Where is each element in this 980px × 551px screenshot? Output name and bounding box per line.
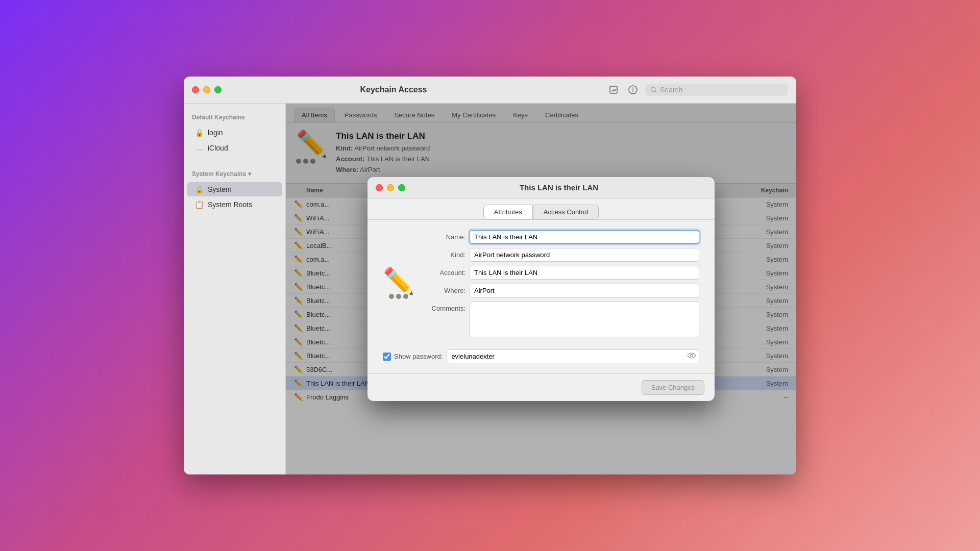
kind-input[interactable] <box>470 248 699 262</box>
modal-pencil-icon: ✏️ <box>383 268 414 299</box>
account-input[interactable] <box>470 266 699 280</box>
system-keychains-label: System Keychains <box>192 170 246 178</box>
password-input[interactable] <box>447 349 699 363</box>
kind-label: Kind: <box>425 251 465 259</box>
account-label: Account: <box>425 269 465 277</box>
name-label: Name: <box>425 233 465 241</box>
main-content: Default Keychains 🔒 login ☁️ iCloud Syst… <box>184 104 796 474</box>
modal-overlay: This LAN is their LAN Attributes Access … <box>286 104 796 474</box>
password-row: Show password: <box>383 349 699 363</box>
sidebar-divider <box>188 162 281 162</box>
sidebar-icloud-label: iCloud <box>208 144 228 152</box>
modal-close-button[interactable] <box>376 184 383 191</box>
system-roots-icon: 📋 <box>195 201 204 209</box>
sidebar-system-roots-label: System Roots <box>208 201 252 209</box>
info-icon[interactable]: i <box>626 83 640 97</box>
sidebar-item-system[interactable]: 🔒 System <box>187 182 282 196</box>
modal-dot-2 <box>396 294 401 299</box>
show-password-label: Show password: <box>394 353 443 360</box>
modal-dot-3 <box>403 294 408 299</box>
search-icon <box>650 86 657 93</box>
password-reveal-button[interactable] <box>687 351 696 362</box>
modal-maximize-button[interactable] <box>398 184 405 191</box>
show-password-checkbox[interactable] <box>383 353 391 361</box>
lock-icon: 🔒 <box>195 129 204 137</box>
modal-tab-access-control[interactable]: Access Control <box>533 205 599 219</box>
form-row-name: Name: <box>425 230 699 244</box>
title-bar-actions: i <box>606 83 788 97</box>
search-input[interactable] <box>660 86 783 94</box>
modal-dot-1 <box>389 294 394 299</box>
checkbox-area: Show password: <box>383 353 443 361</box>
title-bar: Keychain Access i <box>184 77 796 104</box>
modal-tab-bar: Attributes Access Control <box>368 198 715 220</box>
system-lock-icon: 🔒 <box>195 185 204 193</box>
sidebar-item-system-roots[interactable]: 📋 System Roots <box>187 197 282 212</box>
sidebar-login-label: login <box>208 129 223 137</box>
sidebar-item-login[interactable]: 🔒 login <box>187 126 282 140</box>
form-area: Name: Kind: Account: <box>425 230 699 337</box>
svg-point-4 <box>691 354 693 357</box>
default-keychains-label: Default Keychains <box>184 112 285 125</box>
modal-title: This LAN is their LAN <box>411 183 706 192</box>
app-title: Keychain Access <box>187 85 600 94</box>
system-keychains-header[interactable]: System Keychains ▾ <box>184 168 285 182</box>
sidebar-item-icloud[interactable]: ☁️ iCloud <box>187 141 282 155</box>
where-label: Where: <box>425 287 465 294</box>
modal-title-bar: This LAN is their LAN <box>368 177 715 198</box>
where-input[interactable] <box>470 284 699 297</box>
password-input-wrap <box>447 349 699 363</box>
svg-text:i: i <box>632 86 634 93</box>
modal-dialog: This LAN is their LAN Attributes Access … <box>368 177 715 401</box>
search-bar[interactable] <box>645 84 788 96</box>
modal-footer: Save Changes <box>368 373 715 401</box>
chevron-down-icon: ▾ <box>248 170 251 178</box>
sidebar-system-label: System <box>208 185 232 193</box>
cloud-icon: ☁️ <box>195 144 204 152</box>
modal-minimize-button[interactable] <box>387 184 394 191</box>
form-row-kind: Kind: <box>425 248 699 262</box>
modal-traffic-lights <box>376 184 405 191</box>
comments-label: Comments: <box>425 305 465 312</box>
content-area: All Items Passwords Secure Notes My Cert… <box>286 104 796 474</box>
form-row-account: Account: <box>425 266 699 280</box>
modal-pencil-area: ✏️ Name: <box>383 230 699 337</box>
compose-icon[interactable] <box>606 83 621 97</box>
save-changes-button[interactable]: Save Changes <box>642 380 704 395</box>
form-row-where: Where: <box>425 284 699 297</box>
app-window: Keychain Access i <box>184 77 796 474</box>
comments-textarea[interactable] <box>470 302 699 337</box>
form-row-comments: Comments: <box>425 302 699 337</box>
name-input[interactable] <box>470 230 699 244</box>
modal-body: ✏️ Name: <box>368 220 715 373</box>
sidebar: Default Keychains 🔒 login ☁️ iCloud Syst… <box>184 104 286 474</box>
modal-tab-attributes[interactable]: Attributes <box>483 205 533 219</box>
